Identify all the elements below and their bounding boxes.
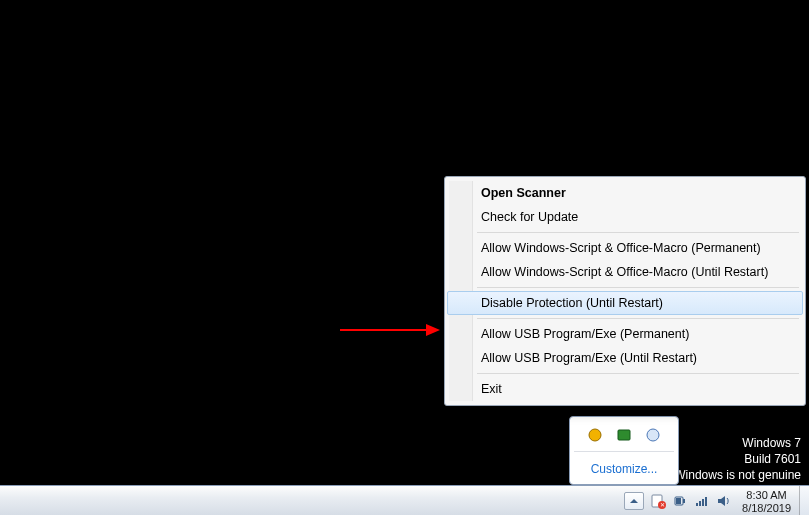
taskbar-clock[interactable]: 8:30 AM 8/18/2019 [738, 487, 799, 515]
tray-icon-generic-3[interactable] [645, 427, 661, 443]
context-menu-separator [477, 232, 799, 233]
context-menu-item[interactable]: Open Scanner [447, 181, 803, 205]
context-menu-item[interactable]: Disable Protection (Until Restart) [447, 291, 803, 315]
context-menu-item[interactable]: Allow USB Program/Exe (Until Restart) [447, 346, 803, 370]
clock-time: 8:30 AM [742, 489, 791, 502]
battery-icon[interactable] [672, 493, 688, 509]
svg-rect-12 [699, 501, 701, 506]
svg-point-2 [647, 429, 659, 441]
svg-rect-11 [696, 503, 698, 506]
svg-point-0 [589, 429, 601, 441]
context-menu-separator [477, 318, 799, 319]
volume-icon[interactable] [716, 493, 732, 509]
network-icon[interactable] [694, 493, 710, 509]
tray-show-hidden-button[interactable] [624, 492, 644, 510]
svg-rect-9 [683, 499, 685, 503]
tray-icon-generic-1[interactable] [587, 427, 603, 443]
context-menu-item[interactable]: Exit [447, 377, 803, 401]
tray-customize-link[interactable]: Customize... [574, 456, 674, 478]
show-desktop-button[interactable] [799, 486, 809, 515]
svg-rect-10 [676, 498, 681, 504]
svg-rect-13 [702, 499, 704, 506]
tray-context-menu: Open ScannerCheck for UpdateAllow Window… [444, 176, 806, 406]
svg-marker-4 [426, 324, 440, 336]
context-menu-separator [477, 373, 799, 374]
context-menu-items: Open ScannerCheck for UpdateAllow Window… [447, 181, 803, 401]
action-center-icon[interactable]: ✕ [650, 493, 666, 509]
context-menu-separator [477, 287, 799, 288]
tray-overflow-icons [574, 421, 674, 447]
svg-rect-14 [705, 497, 707, 506]
annotation-arrow [340, 320, 440, 340]
tray-overflow-popup: Customize... [569, 416, 679, 485]
context-menu-item[interactable]: Check for Update [447, 205, 803, 229]
taskbar: ✕ 8:30 AM 8/18/2019 [0, 485, 809, 515]
clock-date: 8/18/2019 [742, 502, 791, 515]
context-menu-item[interactable]: Allow Windows-Script & Office-Macro (Per… [447, 236, 803, 260]
context-menu-item[interactable]: Allow USB Program/Exe (Permanent) [447, 322, 803, 346]
system-tray: ✕ [624, 486, 738, 515]
tray-icon-generic-2[interactable] [616, 427, 632, 443]
svg-rect-1 [618, 430, 630, 440]
svg-text:✕: ✕ [660, 502, 665, 508]
context-menu-item[interactable]: Allow Windows-Script & Office-Macro (Unt… [447, 260, 803, 284]
tray-popup-separator [574, 451, 674, 452]
